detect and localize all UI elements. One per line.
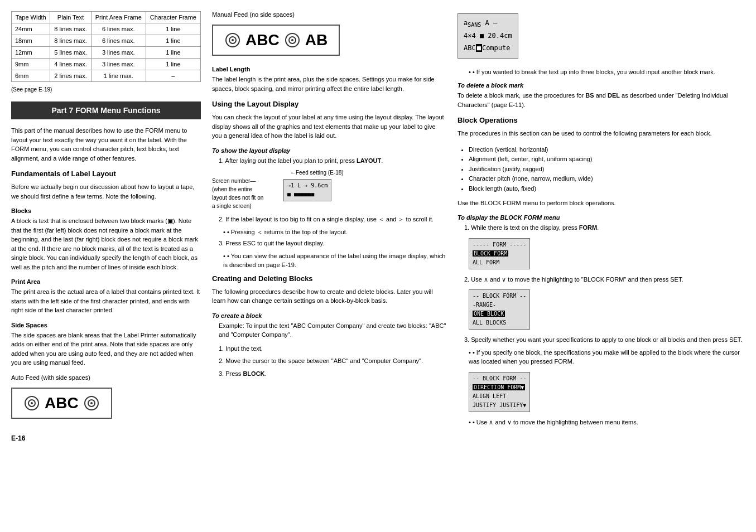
tape-reel-icon-left <box>23 395 40 412</box>
table-cell-col3: – <box>146 70 200 82</box>
creating-body: The following procedures describe how to… <box>212 287 446 306</box>
see-page-note: (See page E-19) <box>11 86 201 93</box>
svg-point-11 <box>291 39 293 41</box>
svg-point-2 <box>31 402 33 404</box>
create-step1: 1. Input the text. <box>219 344 446 354</box>
col-header-char-frame: Character Frame <box>146 12 200 23</box>
page-number: E-16 <box>11 434 201 442</box>
creating-heading: Creating and Deleting Blocks <box>212 274 446 283</box>
to-show-step1: 1. After laying out the label you plan t… <box>219 156 446 166</box>
table-cell-col1: 4 lines max. <box>50 59 91 70</box>
label-length-heading: Label Length <box>212 66 446 72</box>
block-ops-heading: Block Operations <box>458 116 745 124</box>
side-spaces-heading: Side Spaces <box>11 322 201 328</box>
manual-abc-text: ABC <box>245 31 280 49</box>
layout-diagram-row: Screen number— (when the entire layout d… <box>212 177 446 210</box>
middle-column: Manual Feed (no side spaces) ABC AB Labe… <box>212 11 446 442</box>
label-length-body: The label length is the print area, plus… <box>212 75 446 93</box>
blocks-body: A block is text that is enclosed between… <box>11 216 201 272</box>
form-menu-lcd: ----- FORM ----- BLOCK FORM ALL FORM <box>469 238 530 269</box>
table-cell-col3: 1 line <box>146 23 200 35</box>
layout-step3: 3. Press ESC to quit the layout display. <box>219 239 446 248</box>
table-cell-col2: 1 line max. <box>91 70 146 82</box>
to-display-bullet1: • If you specify one block, the specific… <box>469 348 745 366</box>
to-display-bullet2: • Use ∧ and ∨ to move the highlighting b… <box>469 418 745 427</box>
block-ops-body: The procedures in this section can be us… <box>458 129 745 138</box>
svg-point-5 <box>90 402 93 404</box>
right-column: aSANS A — 4×4 ■ 20.4cm ABC■Compute • If … <box>458 11 745 442</box>
top-lcd-display: aSANS A — 4×4 ■ 20.4cm ABC■Compute <box>458 13 518 59</box>
screen-labels: Screen number— (when the entire layout d… <box>212 177 279 210</box>
auto-feed-display: ABC <box>11 388 112 419</box>
tape-reel-icon-right <box>83 395 100 412</box>
table-cell-col3: 1 line <box>146 47 200 59</box>
create-step3: 3. Press BLOCK. <box>219 369 446 379</box>
to-create-example: Example: To input the text "ABC Computer… <box>219 321 446 340</box>
layout-diagram-container: ←Feed setting (E-18) Screen number— (whe… <box>212 170 446 210</box>
to-display-step2: 2. Use ∧ and ∨ to move the highlighting … <box>464 275 745 284</box>
block-form2-lcd: -- BLOCK FORM -- DIRECTION FORM▼ ALIGN L… <box>469 372 530 412</box>
to-display-step3: 3. Specify whether you want your specifi… <box>464 335 745 345</box>
col-header-plain-text: Plain Text <box>50 12 91 23</box>
table-cell-col3: 1 line <box>146 59 200 70</box>
create-step2: 2. Move the cursor to the space between … <box>219 356 446 366</box>
layout-step2: 2. If the label layout is too big to fit… <box>219 215 446 224</box>
fundamentals-heading: Fundamentals of Label Layout <box>11 170 201 178</box>
table-cell-col3: 1 line <box>146 35 200 47</box>
left-column: Tape Width Plain Text Print Area Frame C… <box>11 11 201 442</box>
to-show-step1-text: 1. After laying out the label you plan t… <box>219 157 383 164</box>
table-row: 6mm2 lines max.1 line max.– <box>12 70 201 82</box>
table-cell-col1: 8 lines max. <box>50 23 91 35</box>
manual-feed-display: ABC AB <box>212 25 340 56</box>
svg-point-8 <box>232 39 234 41</box>
table-cell-col2: 3 lines max. <box>91 59 146 70</box>
table-cell-col0: 6mm <box>12 70 50 82</box>
layout-body: You can check the layout of your label a… <box>212 113 446 141</box>
layout-step3b: • You can view the actual appearance of … <box>223 252 446 270</box>
block-param-item: Character pitch (none, narrow, medium, w… <box>469 174 745 184</box>
block-param-item: Direction (vertical, horizontal) <box>469 145 745 155</box>
block-form2-display: -- BLOCK FORM -- DIRECTION FORM▼ ALIGN L… <box>469 370 745 414</box>
form-menu-display: ----- FORM ----- BLOCK FORM ALL FORM <box>469 236 745 272</box>
block-form-lcd: -- BLOCK FORM -- -RANGE- ONE BLOCK ALL B… <box>469 289 530 330</box>
table-cell-col2: 3 lines max. <box>91 47 146 59</box>
layout-screen-box: →1 L → 9.6cm ■ ■■■■■■ <box>283 177 331 204</box>
to-delete-heading: To delete a block mark <box>458 82 745 89</box>
table-row: 9mm4 lines max.3 lines max.1 line <box>12 59 201 70</box>
block-param-item: Alignment (left, center, right, uniform … <box>469 154 745 165</box>
tape-reel-icon-manual-right <box>284 32 301 49</box>
to-display-heading: To display the BLOCK FORM menu <box>458 214 745 221</box>
manual-feed-label: Manual Feed (no side spaces) <box>212 11 446 18</box>
block-mark-body: • If you wanted to break the text up int… <box>469 67 745 77</box>
col-header-tape-width: Tape Width <box>12 12 50 23</box>
table-cell-col0: 9mm <box>12 59 50 70</box>
to-show-heading: To show the layout display <box>212 147 446 154</box>
manual-ab-text: AB <box>305 31 328 49</box>
part7-header: Part 7 FORM Menu Functions <box>11 101 201 119</box>
to-create-heading: To create a block <box>212 312 446 319</box>
col-header-print-area: Print Area Frame <box>91 12 146 23</box>
table-cell-col0: 18mm <box>12 35 50 47</box>
table-row: 18mm8 lines max.6 lines max.1 line <box>12 35 201 47</box>
feed-setting-label: ←Feed setting (E-18) <box>290 170 446 176</box>
print-area-body: The print area is the actual area of a l… <box>11 287 201 315</box>
fundamentals-body: Before we actually begin our discussion … <box>11 182 201 201</box>
tape-reel-icon-manual-left <box>224 32 241 49</box>
spec-table: Tape Width Plain Text Print Area Frame C… <box>11 11 201 82</box>
auto-feed-label: Auto Feed (with side spaces) <box>11 374 201 381</box>
table-cell-col0: 24mm <box>12 23 50 35</box>
part7-intro: This part of the manual describes how to… <box>11 126 201 163</box>
to-delete-body: To delete a block mark, use the procedur… <box>458 91 745 109</box>
print-area-heading: Print Area <box>11 278 201 285</box>
table-cell-col1: 5 lines max. <box>50 47 91 59</box>
blocks-heading: Blocks <box>11 207 201 214</box>
layout-step2b: • Pressing ＜ returns to the top of the l… <box>223 228 446 237</box>
side-spaces-body: The side spaces are blank areas that the… <box>11 331 201 367</box>
top-lcd-image: aSANS A — 4×4 ■ 20.4cm ABC■Compute <box>458 11 745 61</box>
layout-screen-display: →1 L → 9.6cm ■ ■■■■■■ <box>283 179 331 201</box>
block-form-menu-display: -- BLOCK FORM -- -RANGE- ONE BLOCK ALL B… <box>469 287 745 332</box>
abc-text-auto: ABC <box>45 394 79 412</box>
table-cell-col2: 6 lines max. <box>91 35 146 47</box>
table-row: 24mm8 lines max.6 lines max.1 line <box>12 23 201 35</box>
table-cell-col1: 2 lines max. <box>50 70 91 82</box>
